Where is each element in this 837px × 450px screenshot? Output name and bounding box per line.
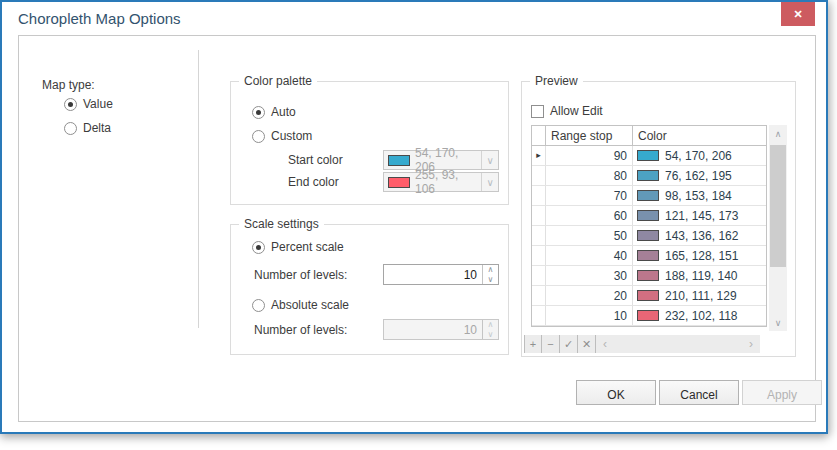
prev-record-icon[interactable]: ‹ (596, 335, 614, 353)
row-indicator-cell (532, 166, 546, 185)
color-swatch (637, 270, 659, 281)
range-stop-cell[interactable]: 40 (546, 246, 633, 265)
close-button[interactable]: ✕ (781, 2, 815, 26)
minus-icon: − (547, 338, 553, 350)
color-palette-group-title: Color palette (239, 74, 317, 88)
color-rgb-value: 188, 119, 140 (665, 269, 738, 283)
row-indicator-cell (532, 226, 546, 245)
color-rgb-value: 165, 128, 151 (665, 249, 738, 263)
grid-row[interactable]: 7098, 153, 184 (532, 186, 766, 206)
range-stop-cell[interactable]: 90 (546, 146, 633, 165)
color-cell[interactable]: 54, 170, 206 (633, 146, 766, 165)
radio-icon (252, 299, 265, 312)
radio-label-percent: Percent scale (271, 240, 344, 254)
color-cell[interactable]: 210, 111, 129 (633, 286, 766, 305)
color-cell[interactable]: 121, 145, 173 (633, 206, 766, 225)
color-swatch (637, 310, 659, 321)
x-icon: ✕ (582, 338, 591, 351)
chevron-down-icon[interactable]: ∨ (481, 151, 498, 169)
map-type-label: Map type: (42, 78, 95, 92)
row-indicator-cell (532, 206, 546, 225)
radio-icon (252, 130, 265, 143)
spin-down-icon[interactable]: ∨ (483, 275, 498, 285)
radio-icon (64, 122, 77, 135)
spinner-buttons: ∧ ∨ (482, 320, 498, 339)
color-cell[interactable]: 232, 102, 118 (633, 306, 766, 325)
allow-edit-label: Allow Edit (550, 104, 603, 118)
grid-row[interactable]: 10232, 102, 118 (532, 306, 766, 326)
range-stop-cell[interactable]: 60 (546, 206, 633, 225)
grid-body: ▸9054, 170, 2068076, 162, 1957098, 153, … (532, 146, 766, 326)
percent-levels-spinner[interactable]: 10 ∧ ∨ (383, 264, 499, 285)
scroll-down-icon[interactable]: ∨ (769, 314, 787, 331)
range-stop-cell[interactable]: 20 (546, 286, 633, 305)
grid-column-header-color[interactable]: Color (633, 126, 766, 145)
commit-edit-button[interactable]: ✓ (560, 335, 578, 353)
grid-vertical-scrollbar[interactable]: ∧ ∨ (769, 125, 787, 331)
dialog-window: Choropleth Map Options ✕ Map type: Value… (0, 0, 828, 434)
add-row-button[interactable]: + (524, 335, 542, 353)
grid-row[interactable]: 60121, 145, 173 (532, 206, 766, 226)
cancel-button[interactable]: Cancel (659, 380, 739, 405)
preview-group-title: Preview (530, 74, 583, 88)
radio-map-type-delta[interactable]: Delta (64, 121, 111, 135)
grid-column-header-range-stop[interactable]: Range stop (546, 126, 633, 145)
grid-row[interactable]: 8076, 162, 195 (532, 166, 766, 186)
range-stop-cell[interactable]: 70 (546, 186, 633, 205)
radio-label-value: Value (83, 97, 113, 111)
color-cell[interactable]: 76, 162, 195 (633, 166, 766, 185)
radio-absolute-scale[interactable]: Absolute scale (252, 298, 349, 312)
scale-settings-group-title: Scale settings (239, 217, 324, 231)
color-rgb-value: 76, 162, 195 (665, 169, 732, 183)
radio-palette-auto[interactable]: Auto (252, 105, 296, 119)
row-indicator-cell (532, 266, 546, 285)
grid-row[interactable]: 50143, 136, 162 (532, 226, 766, 246)
color-rgb-value: 121, 145, 173 (665, 209, 738, 223)
range-stop-cell[interactable]: 50 (546, 226, 633, 245)
color-cell[interactable]: 188, 119, 140 (633, 266, 766, 285)
color-cell[interactable]: 165, 128, 151 (633, 246, 766, 265)
range-stop-cell[interactable]: 80 (546, 166, 633, 185)
title-bar[interactable]: Choropleth Map Options ✕ (2, 2, 826, 35)
color-cell[interactable]: 143, 136, 162 (633, 226, 766, 245)
color-swatch (637, 210, 659, 221)
radio-label-auto: Auto (271, 105, 296, 119)
radio-palette-custom[interactable]: Custom (252, 129, 312, 143)
color-rgb-value: 143, 136, 162 (665, 229, 738, 243)
grid-row[interactable]: ▸9054, 170, 206 (532, 146, 766, 166)
spin-up-icon[interactable]: ∧ (483, 265, 498, 275)
grid-navigator-toolbar: + − ✓ ✕ ‹ › (524, 335, 760, 353)
radio-map-type-value[interactable]: Value (64, 97, 113, 111)
radio-icon (252, 241, 265, 254)
absolute-levels-spinner: 10 ∧ ∨ (383, 319, 499, 340)
row-indicator-cell (532, 286, 546, 305)
remove-row-button[interactable]: − (542, 335, 560, 353)
grid-row[interactable]: 40165, 128, 151 (532, 246, 766, 266)
end-color-value: 255, 93, 106 (415, 168, 481, 196)
start-color-dropdown[interactable]: 54, 170, 206 ∨ (383, 150, 499, 170)
radio-percent-scale[interactable]: Percent scale (252, 240, 344, 254)
next-record-icon[interactable]: › (742, 335, 760, 353)
color-rgb-value: 232, 102, 118 (665, 309, 738, 323)
range-stop-cell[interactable]: 30 (546, 266, 633, 285)
radio-icon (64, 98, 77, 111)
range-stop-cell[interactable]: 10 (546, 306, 633, 325)
grid-row[interactable]: 30188, 119, 140 (532, 266, 766, 286)
color-cell[interactable]: 98, 153, 184 (633, 186, 766, 205)
scrollbar-thumb[interactable] (770, 145, 786, 267)
apply-button[interactable]: Apply (742, 380, 822, 405)
ok-button[interactable]: OK (576, 380, 656, 405)
radio-label-delta: Delta (83, 121, 111, 135)
scroll-up-icon[interactable]: ∧ (769, 125, 787, 142)
end-color-dropdown[interactable]: 255, 93, 106 ∨ (383, 172, 499, 192)
color-rgb-value: 210, 111, 129 (665, 289, 737, 303)
grid-row[interactable]: 20210, 111, 129 (532, 286, 766, 306)
cancel-edit-button[interactable]: ✕ (578, 335, 596, 353)
radio-label-custom: Custom (271, 129, 312, 143)
color-swatch (637, 190, 659, 201)
dialog-content: Map type: Value Delta Color palette Auto… (18, 35, 816, 422)
end-color-swatch (388, 177, 410, 188)
chevron-down-icon[interactable]: ∨ (481, 173, 498, 191)
allow-edit-checkbox[interactable]: Allow Edit (531, 104, 603, 118)
color-swatch (637, 170, 659, 181)
